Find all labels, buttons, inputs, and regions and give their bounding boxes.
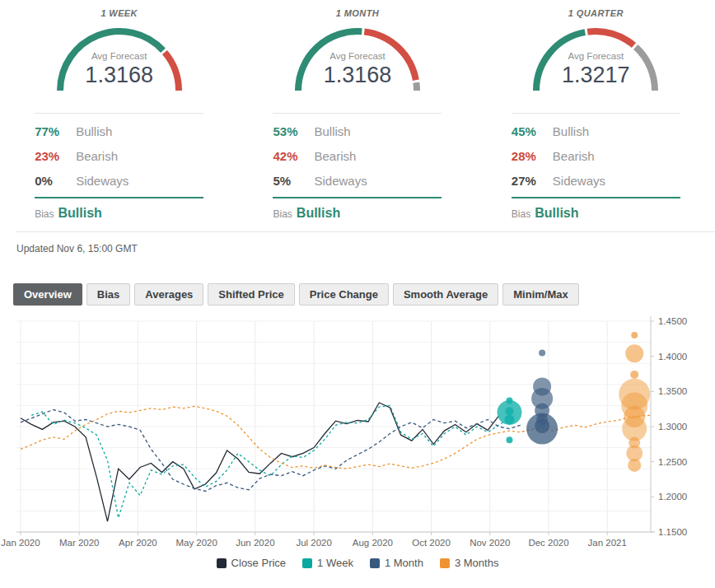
bias-underline <box>512 197 680 198</box>
legend-item-3-months[interactable]: 3 Months <box>440 557 498 569</box>
bias-value: Bullish <box>58 206 102 220</box>
gauge-arc-segment <box>298 31 362 91</box>
forecast-chart[interactable]: Jan 2020Mar 2020Apr 2020May 2020Jun 2020… <box>0 310 715 558</box>
forecast-panel-1-quarter: 1 QUARTER Avg Forecast 1.3217 45% Bullis… <box>477 5 715 221</box>
forecast-gauge-1-week <box>45 21 194 97</box>
forecast-bubble-1-month[interactable] <box>535 418 549 433</box>
sideways-label: Sideways <box>314 174 367 188</box>
bullish-percent: 53% <box>273 124 314 138</box>
y-tick-label: 1.3500 <box>658 386 687 396</box>
bullish-label: Bullish <box>553 124 589 138</box>
series-line-1-month <box>21 410 521 492</box>
tab-price-change[interactable]: Price Change <box>299 283 389 306</box>
legend-label: Close Price <box>231 557 286 569</box>
gauge-arc-segment <box>588 31 634 45</box>
forecast-panel-1-week: 1 WEEK Avg Forecast 1.3168 77% Bullish 2… <box>0 5 238 221</box>
y-tick-label: 1.2000 <box>658 492 687 502</box>
bias-label: Bias <box>273 208 292 220</box>
tab-averages[interactable]: Averages <box>134 283 203 306</box>
x-tick-label: Apr 2020 <box>119 538 157 548</box>
forecast-poll-panels: 1 WEEK Avg Forecast 1.3168 77% Bullish 2… <box>0 0 715 221</box>
sideways-label: Sideways <box>76 174 129 188</box>
bullish-percent: 45% <box>512 124 553 138</box>
bearish-row: 23% Bearish <box>35 143 203 168</box>
tab-smooth-average[interactable]: Smooth Average <box>393 283 498 306</box>
bearish-percent: 42% <box>273 149 314 163</box>
legend-label: 1 Month <box>385 557 423 569</box>
tab-shifted-price[interactable]: Shifted Price <box>208 283 294 306</box>
bearish-percent: 23% <box>35 149 76 163</box>
forecast-bubble-3-months[interactable] <box>630 371 638 379</box>
legend-label: 3 Months <box>455 557 498 569</box>
gauge-arc-segment <box>636 47 655 91</box>
bearish-label: Bearish <box>76 149 118 163</box>
bearish-label: Bearish <box>314 149 356 163</box>
x-tick-label: Jun 2020 <box>236 538 274 548</box>
forecast-bubble-1-week[interactable] <box>506 407 514 415</box>
x-tick-label: Dec 2020 <box>528 538 568 548</box>
gauge-arc-segment <box>60 31 163 91</box>
bias-value: Bullish <box>535 206 578 220</box>
sideways-row: 27% Sideways <box>512 168 680 193</box>
sideways-row: 0% Sideways <box>35 168 203 193</box>
forecast-bubble-1-week[interactable] <box>505 415 515 425</box>
forecast-gauge-1-quarter <box>521 21 670 97</box>
bearish-row: 42% Bearish <box>273 143 442 168</box>
x-tick-label: Oct 2020 <box>412 538 451 548</box>
bullish-label: Bullish <box>314 124 350 138</box>
x-tick-label: Jan 2021 <box>588 538 627 548</box>
legend-item-close-price[interactable]: Close Price <box>217 557 286 569</box>
y-tick-label: 1.1500 <box>658 527 687 537</box>
sideways-label: Sideways <box>553 174 605 188</box>
three-months-swatch-icon <box>440 558 450 568</box>
x-tick-label: Nov 2020 <box>470 538 510 548</box>
forecast-panel-1-month: 1 MONTH Avg Forecast 1.3168 53% Bullish … <box>238 5 476 221</box>
tab-bias[interactable]: Bias <box>86 283 130 306</box>
forecast-bubble-3-months[interactable] <box>625 344 643 362</box>
sideways-row: 5% Sideways <box>273 168 442 193</box>
bearish-label: Bearish <box>553 149 595 163</box>
one-month-swatch-icon <box>370 558 380 568</box>
bullish-row: 45% Bullish <box>512 119 680 143</box>
chart-tab-bar: Overview Bias Averages Shifted Price Pri… <box>13 283 715 306</box>
tab-minim-max[interactable]: Minim/Max <box>502 283 578 306</box>
sideways-percent: 27% <box>512 174 553 188</box>
bullish-label: Bullish <box>76 124 112 138</box>
bias-label: Bias <box>35 208 54 220</box>
panel-title: 1 WEEK <box>0 8 238 18</box>
updated-timestamp: Updated Nov 6, 15:00 GMT <box>16 243 715 254</box>
x-tick-label: Jan 2020 <box>1 538 40 548</box>
bias-label: Bias <box>512 208 530 220</box>
forecast-gauge-1-month <box>283 21 432 97</box>
series-line-close-price <box>21 403 498 521</box>
x-tick-label: May 2020 <box>175 538 217 548</box>
x-tick-label: Mar 2020 <box>59 538 100 548</box>
y-tick-label: 1.3000 <box>658 422 687 432</box>
forecast-bubble-1-month[interactable] <box>539 349 545 356</box>
bias-underline <box>35 197 203 198</box>
series-line-3-months <box>21 406 651 469</box>
bullish-row: 77% Bullish <box>35 119 203 143</box>
bullish-percent: 77% <box>35 124 76 138</box>
gauge-arc-segment <box>416 82 417 91</box>
forecast-bubble-1-week[interactable] <box>507 436 513 443</box>
forecast-bubble-3-months[interactable] <box>628 459 641 472</box>
tab-overview[interactable]: Overview <box>13 283 82 306</box>
bias-row: BiasBullish <box>273 206 442 221</box>
legend-item-1-week[interactable]: 1 Week <box>302 557 353 569</box>
sideways-percent: 0% <box>35 174 76 188</box>
legend-item-1-month[interactable]: 1 Month <box>370 557 423 569</box>
forecast-bubble-3-months[interactable] <box>631 332 638 338</box>
y-tick-label: 1.4500 <box>658 316 687 326</box>
bias-row: BiasBullish <box>35 206 203 221</box>
bearish-percent: 28% <box>512 149 553 163</box>
chart-legend: Close Price 1 Week 1 Month 3 Months <box>0 557 715 569</box>
bias-row: BiasBullish <box>512 206 680 221</box>
bearish-row: 28% Bearish <box>512 143 680 168</box>
panel-title: 1 QUARTER <box>477 8 715 18</box>
legend-label: 1 Week <box>317 557 353 569</box>
x-tick-label: Aug 2020 <box>353 538 393 548</box>
section-divider <box>16 231 715 232</box>
one-week-swatch-icon <box>302 558 312 568</box>
bullish-row: 53% Bullish <box>273 119 442 143</box>
